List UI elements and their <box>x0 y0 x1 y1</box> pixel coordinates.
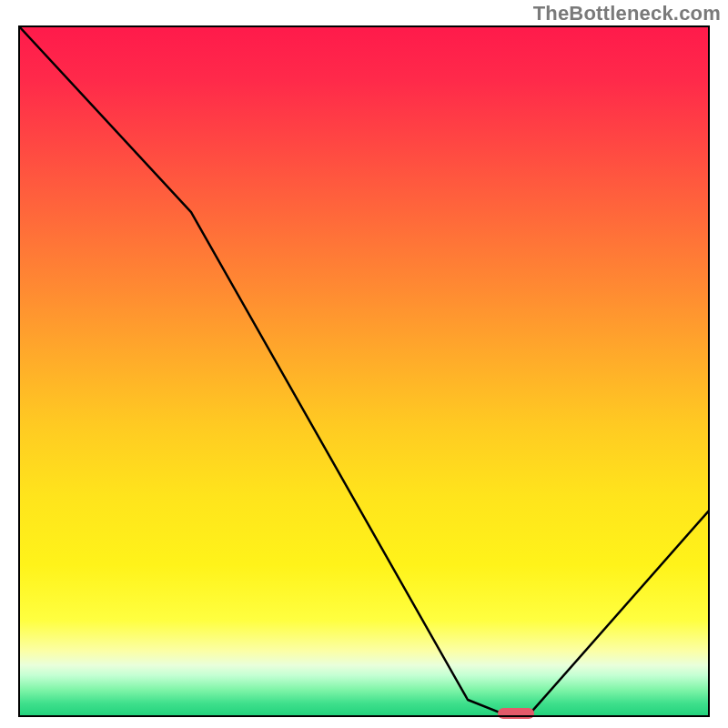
gradient-background <box>18 25 710 717</box>
watermark-text: TheBottleneck.com <box>533 2 721 25</box>
chart-container: TheBottleneck.com <box>0 0 728 728</box>
plot-area <box>18 25 710 717</box>
